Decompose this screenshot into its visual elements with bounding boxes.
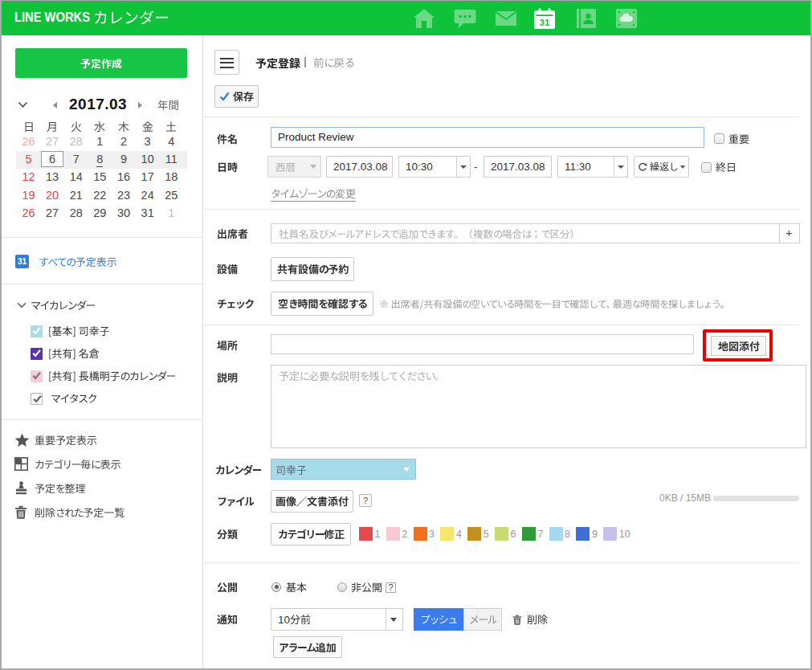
svg-text:31: 31	[540, 18, 550, 27]
